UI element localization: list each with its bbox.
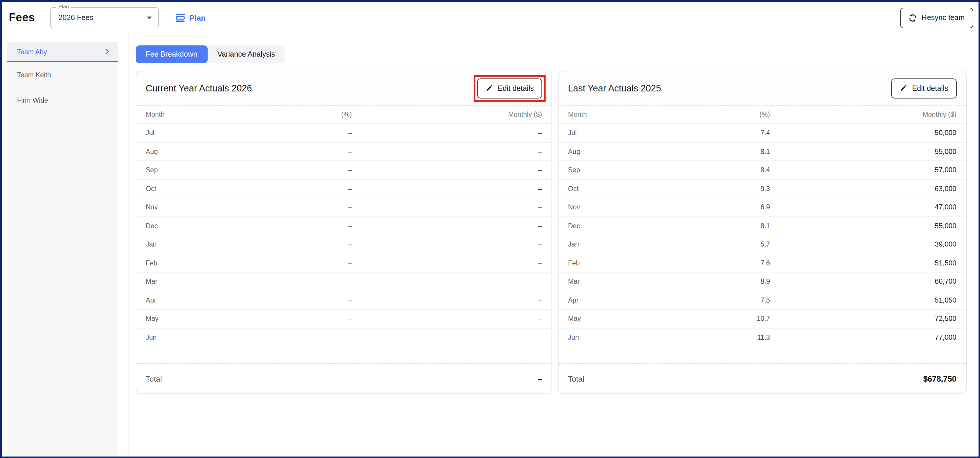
plan-select-label: Plan (56, 3, 72, 10)
plan-select[interactable]: Plan 2026 Fees (50, 7, 159, 28)
plan-icon (175, 13, 185, 22)
pct-cell: – (248, 334, 352, 341)
month-cell: Aug (146, 148, 248, 155)
total-label: Total (568, 374, 584, 383)
monthly-cell: 57,000 (770, 166, 956, 174)
table-row: Dec 8.1 55,000 (558, 216, 966, 235)
monthly-cell: 55,000 (770, 148, 956, 156)
monthly-cell: 72,500 (770, 315, 956, 323)
pct-cell: 8.9 (669, 278, 770, 285)
monthly-cell: – (352, 129, 542, 137)
month-cell: Nov (568, 204, 669, 211)
pct-cell: – (248, 297, 352, 304)
table-total-row: Total $678,750 (558, 363, 966, 393)
monthly-cell: 50,000 (770, 129, 956, 137)
pct-cell: – (248, 185, 352, 192)
table-row: Feb 7.6 51,500 (558, 253, 966, 272)
table-row: Mar 8.9 60,700 (558, 272, 966, 291)
monthly-cell: 51,500 (770, 259, 956, 267)
table-row: Apr – – (136, 291, 552, 309)
month-cell: Jan (146, 241, 248, 248)
pct-cell: 10.7 (669, 315, 770, 322)
pct-cell: – (248, 259, 352, 267)
pct-cell: 11.3 (669, 334, 770, 341)
month-cell: Jan (568, 241, 669, 248)
month-cell: Jun (146, 334, 248, 341)
pct-cell: 5.7 (669, 241, 770, 248)
pct-cell: – (248, 278, 352, 285)
table-row: Feb – – (136, 253, 552, 272)
monthly-cell: – (352, 296, 542, 304)
pct-cell: 9.3 (669, 185, 770, 192)
month-cell: May (146, 315, 248, 322)
table-row: Aug – – (136, 142, 552, 161)
table-row: May – – (136, 309, 552, 328)
sync-icon (908, 13, 917, 22)
month-cell: Nov (146, 204, 248, 211)
month-cell: Apr (568, 297, 669, 304)
tables-row: Current Year Actuals 2026 Edit details (136, 71, 966, 394)
sidebar-item-team-aby[interactable]: Team Aby (7, 42, 118, 62)
monthly-cell: – (352, 184, 542, 193)
column-header-pct: (%) (669, 111, 770, 118)
month-cell: Sep (146, 167, 248, 174)
month-cell: Jul (568, 129, 669, 137)
table-rows: Jul 7.4 50,000 Aug 8.1 55,000 Sep 8.4 57… (558, 123, 966, 346)
card-header: Last Year Actuals 2025 Edit details (558, 72, 966, 106)
table-row: Oct – – (136, 179, 552, 197)
monthly-cell: – (352, 278, 542, 286)
pct-cell: 7.6 (669, 259, 770, 267)
sidebar-item-label: Firm Wide (17, 97, 48, 103)
edit-details-button-last-year[interactable]: Edit details (891, 78, 956, 98)
edit-details-button-current-year[interactable]: Edit details (477, 78, 542, 98)
month-cell: Mar (568, 278, 669, 285)
month-cell: Feb (146, 259, 248, 267)
month-cell: Feb (568, 259, 669, 267)
tab-variance-analysis[interactable]: Variance Analysis (207, 45, 285, 63)
edit-details-label: Edit details (912, 84, 948, 92)
monthly-cell: 51,050 (770, 296, 956, 304)
pencil-icon (485, 84, 493, 92)
monthly-cell: – (352, 222, 542, 230)
plan-link[interactable]: Plan (175, 13, 205, 22)
monthly-cell: 77,000 (770, 333, 956, 342)
month-cell: May (568, 315, 669, 322)
sidebar-item-team-keith[interactable]: Team Keith (7, 62, 118, 87)
pencil-icon (900, 84, 907, 92)
table-row: Jul 7.4 50,000 (558, 123, 966, 142)
tab-fee-breakdown[interactable]: Fee Breakdown (136, 45, 207, 63)
page-title: Fees (9, 11, 35, 24)
monthly-cell: 39,000 (770, 240, 956, 249)
pct-cell: 6.9 (669, 204, 770, 211)
monthly-cell: – (352, 203, 542, 212)
column-header-pct: (%) (248, 111, 352, 118)
pct-cell: 8.1 (669, 223, 770, 229)
table-row: Jan 5.7 39,000 (558, 235, 966, 253)
pct-cell: 7.4 (669, 129, 770, 137)
resync-team-button[interactable]: Resync team (900, 7, 973, 28)
card-title: Current Year Actuals 2026 (146, 83, 477, 94)
card-header: Current Year Actuals 2026 Edit details (136, 72, 552, 106)
view-tabs: Fee Breakdown Variance Analysis (136, 45, 285, 63)
monthly-cell: 55,000 (770, 222, 956, 230)
month-cell: Oct (146, 185, 248, 192)
table-row: Oct 9.3 63,000 (558, 179, 966, 197)
month-cell: Dec (146, 223, 248, 229)
pct-cell: – (248, 204, 352, 211)
monthly-cell: – (352, 148, 542, 156)
table-row: Apr 7.5 51,050 (558, 291, 966, 309)
pct-cell: 7.5 (669, 297, 770, 304)
month-cell: Mar (146, 278, 248, 285)
pct-cell: – (248, 129, 352, 137)
table-row: Jul – – (136, 123, 552, 142)
top-bar: Fees Plan 2026 Fees Plan (2, 2, 978, 33)
monthly-cell: 60,700 (770, 278, 956, 286)
monthly-cell: 47,000 (770, 203, 956, 212)
month-cell: Oct (568, 185, 669, 192)
monthly-cell: 63,000 (770, 184, 956, 193)
month-cell: Dec (568, 223, 669, 229)
table-row: Mar – – (136, 272, 552, 291)
card-title: Last Year Actuals 2025 (568, 83, 891, 94)
sidebar-item-firm-wide[interactable]: Firm Wide (7, 87, 118, 113)
month-cell: Aug (568, 148, 669, 155)
